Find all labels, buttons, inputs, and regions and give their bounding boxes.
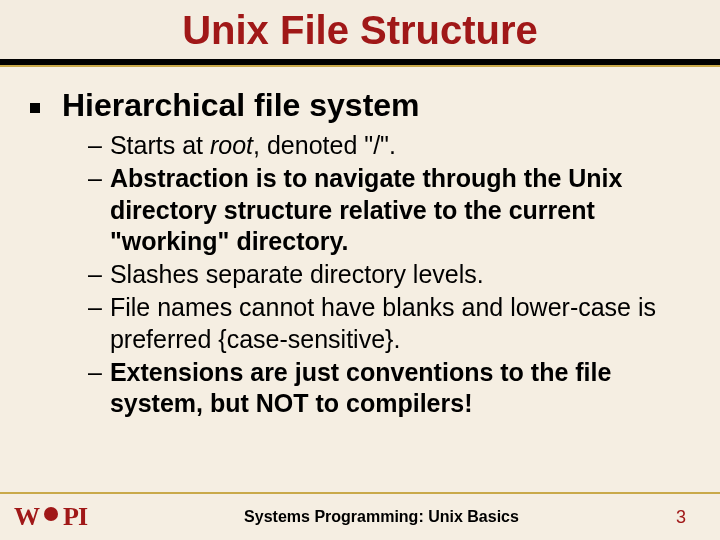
content-area: Hierarchical file system – Starts at roo… — [0, 67, 720, 419]
list-item: – Starts at root, denoted "/". — [88, 130, 690, 161]
wpi-logo: W PI — [14, 502, 87, 532]
main-bullet-text: Hierarchical file system — [62, 87, 420, 124]
logo-letters-pi: PI — [63, 502, 87, 532]
sub-bullet-list: – Starts at root, denoted "/". – Abstrac… — [88, 130, 690, 419]
list-item: – Extensions are just conventions to the… — [88, 357, 690, 420]
dash-icon: – — [88, 163, 102, 194]
footer-center-text: Systems Programming: Unix Basics — [87, 508, 676, 526]
dash-icon: – — [88, 357, 102, 388]
dash-icon: – — [88, 259, 102, 290]
list-item: – File names cannot have blanks and lowe… — [88, 292, 690, 355]
list-item-text: Starts at root, denoted "/". — [110, 130, 690, 161]
main-bullet: Hierarchical file system — [30, 87, 690, 124]
logo-head-icon — [41, 507, 61, 527]
page-number: 3 — [676, 507, 686, 528]
list-item-text: Slashes separate directory levels. — [110, 259, 690, 290]
logo-letter-w: W — [14, 502, 39, 532]
footer-inner: W PI Systems Programming: Unix Basics 3 — [0, 494, 720, 540]
slide-title: Unix File Structure — [0, 8, 720, 53]
list-item-text: File names cannot have blanks and lower-… — [110, 292, 690, 355]
square-bullet-icon — [30, 103, 40, 113]
footer: W PI Systems Programming: Unix Basics 3 — [0, 492, 720, 540]
title-area: Unix File Structure — [0, 0, 720, 59]
dash-icon: – — [88, 130, 102, 161]
dash-icon: – — [88, 292, 102, 323]
list-item-text: Extensions are just conventions to the f… — [110, 357, 690, 420]
list-item-text: Abstraction is to navigate through the U… — [110, 163, 690, 257]
list-item: – Abstraction is to navigate through the… — [88, 163, 690, 257]
list-item: – Slashes separate directory levels. — [88, 259, 690, 290]
